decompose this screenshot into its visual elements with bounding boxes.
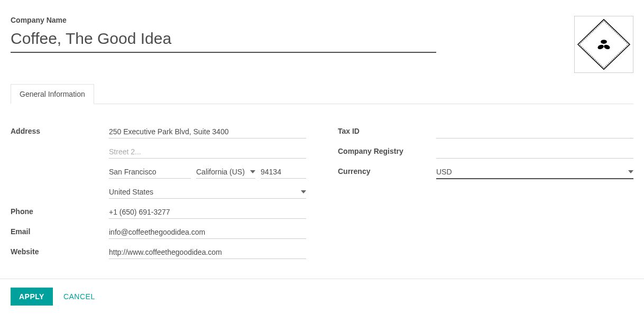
company-name-input[interactable] <box>11 27 436 53</box>
tab-general-information[interactable]: General Information <box>11 84 94 104</box>
state-input[interactable] <box>196 165 255 178</box>
email-label: Email <box>11 226 109 236</box>
street2-input[interactable] <box>109 145 306 159</box>
website-label: Website <box>11 246 109 256</box>
phone-label: Phone <box>11 206 109 216</box>
cancel-button[interactable]: Cancel <box>63 292 95 301</box>
email-input[interactable] <box>109 226 306 239</box>
currency-input[interactable] <box>436 165 633 178</box>
currency-select[interactable] <box>436 165 633 179</box>
tax-id-label: Tax ID <box>338 125 436 135</box>
tax-id-input[interactable] <box>436 125 633 138</box>
website-input[interactable] <box>109 246 306 259</box>
svg-point-4 <box>601 40 607 44</box>
company-logo[interactable] <box>574 16 633 73</box>
company-registry-label: Company Registry <box>338 145 436 155</box>
city-input[interactable] <box>109 165 191 179</box>
country-select[interactable] <box>109 186 306 199</box>
apply-button[interactable]: Apply <box>11 288 53 306</box>
zip-input[interactable] <box>261 165 306 179</box>
company-registry-input[interactable] <box>436 145 633 159</box>
diamond-coffee-icon <box>575 16 633 72</box>
country-input[interactable] <box>109 186 306 198</box>
footer: Apply Cancel <box>0 279 644 314</box>
state-select[interactable] <box>196 165 255 179</box>
phone-input[interactable] <box>109 206 306 219</box>
currency-label: Currency <box>338 165 436 176</box>
address-label: Address <box>11 125 109 135</box>
tabs: General Information <box>11 84 633 104</box>
street-input[interactable] <box>109 125 306 138</box>
svg-marker-0 <box>578 20 630 69</box>
company-name-label: Company Name <box>11 16 436 24</box>
